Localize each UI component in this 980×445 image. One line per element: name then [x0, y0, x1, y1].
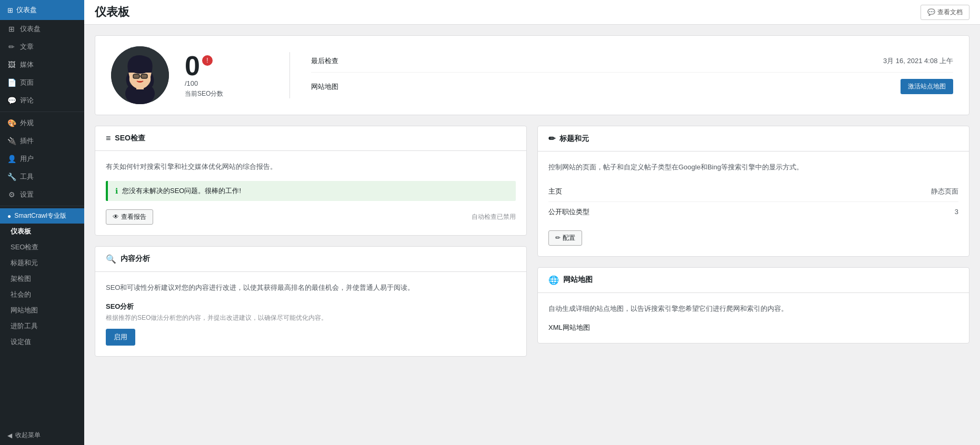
plugins-icon: 🔌 — [7, 137, 16, 145]
sidebar-item-settings[interactable]: ⚙ 设置 — [0, 186, 84, 204]
sidebar-sub-item-social[interactable]: 社会的 — [0, 287, 84, 302]
sidebar-item-plugins[interactable]: 🔌 插件 — [0, 132, 84, 150]
seo-analysis-section: SEO分析 根据推荐的SEO做法分析您的内容，并提出改进建议，以确保尽可能优化内… — [106, 302, 516, 322]
media-icon: 🖼 — [7, 60, 16, 69]
sitemap-card-description: 自动生成详细的站点地图，以告诉搜索引擎您希望它们进行爬网和索引的内容。 — [548, 304, 958, 315]
sidebar-item-comments[interactable]: 💬 评论 — [0, 92, 84, 109]
plugin-section-header: ● SmartCrawl专业版 — [0, 208, 84, 224]
post-type-value: 3 — [794, 201, 958, 222]
docs-icon: 💬 — [927, 8, 935, 16]
view-docs-label: 查看文档 — [937, 8, 963, 17]
sidebar-sub-item-schema[interactable]: 架检图 — [0, 271, 84, 287]
configure-section: ✏ 配置 — [548, 230, 958, 246]
enable-label: 启用 — [114, 333, 127, 341]
sub-social-label: 社会的 — [11, 290, 31, 298]
avatar-illustration — [111, 46, 169, 104]
activate-sitemap-label: 激活站点地图 — [908, 83, 946, 90]
sidebar-sub-item-sitemap[interactable]: 网站地图 — [0, 302, 84, 318]
sidebar-item-posts-label: 文章 — [20, 42, 34, 52]
sitemap-card: 🌐 网站地图 自动生成详细的站点地图，以告诉搜索引擎您希望它们进行爬网和索引的内… — [537, 267, 969, 343]
score-meta: 最后检查 3月 16, 2021 4:08 上午 网站地图 激活站点地图 — [290, 50, 953, 100]
title-meta-header: ✏ 标题和元 — [538, 126, 969, 151]
sidebar-item-plugins-label: 插件 — [20, 136, 34, 146]
svg-rect-9 — [141, 74, 147, 78]
seo-check-alert-text: 您没有未解决的SEO问题。很棒的工作! — [122, 186, 241, 196]
content-analysis-body: SEO和可读性分析建议对您的内容进行改进，以使其获得最高排名的最佳机会，并使普通… — [95, 272, 526, 356]
pencil-icon: ✏ — [548, 134, 555, 144]
sidebar-sub-item-title-meta[interactable]: 标题和元 — [0, 255, 84, 271]
left-column: ≡ SEO检查 有关如何针对搜索引擎和社交媒体优化网站的综合报告。 ℹ 您没有未… — [95, 126, 527, 357]
seo-check-title: SEO检查 — [115, 134, 145, 143]
configure-label: 配置 — [563, 234, 575, 242]
seo-check-header: ≡ SEO检查 — [95, 126, 526, 151]
sidebar: ⊞ 仪表盘 ⊞ 仪表盘 ✏ 文章 🖼 媒体 📄 页面 💬 评论 🎨 外观 🔌 插… — [0, 0, 84, 445]
score-number-row: 0 ! — [185, 52, 268, 79]
post-type-label: 公开职位类型 — [548, 201, 794, 222]
activate-sitemap-button[interactable]: 激活站点地图 — [901, 79, 953, 94]
sidebar-item-tools[interactable]: 🔧 工具 — [0, 168, 84, 186]
sidebar-item-users-label: 用户 — [20, 154, 34, 164]
configure-button[interactable]: ✏ 配置 — [548, 230, 582, 246]
title-meta-title: 标题和元 — [559, 134, 589, 144]
comments-icon: 💬 — [7, 96, 16, 105]
seo-check-icon: ≡ — [106, 134, 111, 143]
last-check-value: 3月 16, 2021 4:08 上午 — [883, 56, 953, 66]
sub-advanced-label: 进阶工具 — [11, 322, 38, 330]
seo-check-footer: 👁 查看报告 自动检查已禁用 — [106, 209, 516, 225]
sidebar-brand[interactable]: ⊞ 仪表盘 — [0, 0, 84, 20]
collapse-label: 收起菜单 — [15, 431, 41, 440]
sub-dashboard-label: 仪表板 — [11, 227, 31, 235]
seo-check-card: ≡ SEO检查 有关如何针对搜索引擎和社交媒体优化网站的综合报告。 ℹ 您没有未… — [95, 126, 527, 236]
score-block: 0 ! /100 当前SEO分数 — [185, 52, 290, 98]
sidebar-sub-item-advanced[interactable]: 进阶工具 — [0, 318, 84, 334]
configure-icon: ✏ — [555, 234, 561, 241]
sidebar-sub-item-seo[interactable]: SEO检查 — [0, 239, 84, 255]
content-analysis-description: SEO和可读性分析建议对您的内容进行改进，以使其获得最高排名的最佳机会，并使普通… — [106, 282, 516, 294]
table-row: 公开职位类型 3 — [548, 201, 958, 222]
sidebar-item-users[interactable]: 👤 用户 — [0, 150, 84, 168]
plugin-icon: ● — [7, 213, 11, 220]
sidebar-item-appearance[interactable]: 🎨 外观 — [0, 114, 84, 132]
posts-icon: ✏ — [7, 43, 16, 51]
seo-check-description: 有关如何针对搜索引擎和社交媒体优化网站的综合报告。 — [106, 161, 516, 173]
enable-button[interactable]: 启用 — [106, 329, 135, 346]
sidebar-sub-item-dashboard[interactable]: 仪表板 — [0, 224, 84, 239]
title-meta-card: ✏ 标题和元 控制网站的页面，帖子和自定义帖子类型在Google和Bing等搜索… — [537, 126, 969, 257]
last-check-row: 最后检查 3月 16, 2021 4:08 上午 — [311, 50, 953, 73]
sidebar-item-media[interactable]: 🖼 媒体 — [0, 56, 84, 74]
score-card: 0 ! /100 当前SEO分数 最后检查 3月 16, 2021 4:08 上… — [95, 35, 969, 115]
score-alert-badge: ! — [202, 55, 213, 66]
pages-icon: 📄 — [7, 78, 16, 87]
content-analysis-header: 🔍 内容分析 — [95, 247, 526, 272]
collapse-menu-btn[interactable]: ◀ 收起菜单 — [0, 426, 84, 445]
sitemap-card-title: 网站地图 — [563, 275, 593, 285]
right-column: ✏ 标题和元 控制网站的页面，帖子和自定义帖子类型在Google和Bing等搜索… — [537, 126, 969, 357]
sidebar-item-pages-label: 页面 — [20, 78, 34, 87]
homepage-value: 静态页面 — [794, 181, 958, 202]
view-report-label: 查看报告 — [121, 213, 146, 221]
sidebar-item-tools-label: 工具 — [20, 172, 34, 181]
sub-title-meta-label: 标题和元 — [11, 259, 38, 267]
title-meta-table: 主页 静态页面 公开职位类型 3 — [548, 181, 958, 222]
sidebar-item-posts[interactable]: ✏ 文章 — [0, 38, 84, 56]
view-report-button[interactable]: 👁 查看报告 — [106, 209, 153, 225]
xml-sitemap-label: XML网站地图 — [548, 323, 958, 332]
search-icon: 🔍 — [106, 254, 116, 264]
sub-seo-label: SEO检查 — [11, 243, 38, 251]
sub-sitemap-label: 网站地图 — [11, 306, 38, 314]
sidebar-item-pages[interactable]: 📄 页面 — [0, 74, 84, 92]
sidebar-item-comments-label: 评论 — [20, 96, 34, 105]
sidebar-brand-label: 仪表盘 — [16, 5, 37, 15]
view-docs-button[interactable]: 💬 查看文档 — [921, 5, 969, 20]
eye-icon: 👁 — [113, 213, 119, 220]
sidebar-item-dashboard[interactable]: ⊞ 仪表盘 — [0, 20, 84, 38]
sidebar-sub-item-settings[interactable]: 设定值 — [0, 334, 84, 350]
avatar — [111, 46, 169, 104]
last-check-label: 最后检查 — [311, 56, 338, 66]
dashboard-icon: ⊞ — [7, 6, 13, 14]
sitemap-card-body: 自动生成详细的站点地图，以告诉搜索引擎您希望它们进行爬网和索引的内容。 XML网… — [538, 293, 969, 343]
collapse-icon: ◀ — [7, 432, 12, 439]
tools-icon: 🔧 — [7, 173, 16, 181]
title-meta-description: 控制网站的页面，帖子和自定义帖子类型在Google和Bing等搜索引擎中的显示方… — [548, 162, 958, 173]
two-col-grid: ≡ SEO检查 有关如何针对搜索引擎和社交媒体优化网站的综合报告。 ℹ 您没有未… — [95, 126, 969, 357]
